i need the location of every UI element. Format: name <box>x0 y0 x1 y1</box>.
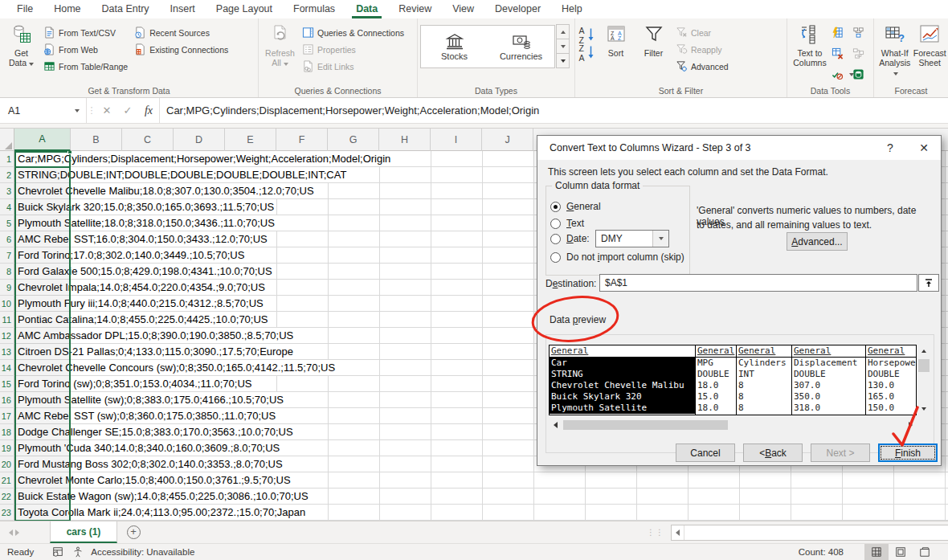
ribbon-tab-formulas[interactable]: Formulas <box>283 1 345 18</box>
gallery-more-button[interactable] <box>556 53 570 68</box>
ribbon-tab-home[interactable]: Home <box>43 1 91 18</box>
name-box[interactable]: A1 <box>0 98 87 123</box>
radio-skip-column[interactable]: Do not import column (skip) <box>550 250 684 264</box>
row-header-2[interactable]: 2 <box>0 167 14 182</box>
macro-record-icon[interactable] <box>45 546 71 558</box>
normal-view-button[interactable] <box>864 544 889 560</box>
row-header-13[interactable]: 13 <box>0 344 14 359</box>
preview-column-1[interactable]: GeneralCarSTRINGChevrolet Chevelle Malib… <box>550 345 695 415</box>
column-header-I[interactable]: I <box>431 129 482 151</box>
enter-entry-button[interactable]: ✓ <box>117 98 138 123</box>
radio-text[interactable]: Text <box>550 216 584 231</box>
row-header-6[interactable]: 6 <box>0 231 14 247</box>
destination-input[interactable]: $A$1 <box>599 274 917 292</box>
ribbon-tab-help[interactable]: Help <box>551 1 593 18</box>
radio-general[interactable]: General <box>550 199 601 214</box>
finish-button[interactable]: Finish <box>878 444 938 462</box>
column-header-C[interactable]: C <box>122 129 174 151</box>
currencies-button[interactable]: Currencies <box>488 26 554 67</box>
flash-fill-button[interactable] <box>830 24 851 41</box>
horizontal-scrollbar[interactable] <box>671 525 948 541</box>
ribbon-tab-review[interactable]: Review <box>388 1 442 18</box>
date-format-dropdown[interactable]: DMY <box>595 230 669 247</box>
filter-button[interactable]: Filter <box>635 21 672 58</box>
row-header-10[interactable]: 10 <box>0 296 14 311</box>
sort-button[interactable]: ZAAZ Sort <box>597 21 635 58</box>
ribbon-tab-data[interactable]: Data <box>345 1 388 18</box>
range-selector-button[interactable] <box>918 274 939 292</box>
ribbon-tab-page-layout[interactable]: Page Layout <box>206 1 283 18</box>
radio-date[interactable]: Date: <box>550 231 590 246</box>
ribbon-tab-developer[interactable]: Developer <box>484 1 551 18</box>
scrollbar-thumb[interactable] <box>918 359 930 372</box>
sheet-tab-cars[interactable]: cars (1) <box>50 521 117 543</box>
close-button[interactable]: ✕ <box>907 136 941 160</box>
scroll-left-icon[interactable] <box>549 419 562 431</box>
row-header-21[interactable]: 21 <box>0 472 14 488</box>
ribbon-tab-view[interactable]: View <box>442 1 484 18</box>
gallery-down-button[interactable] <box>556 39 570 54</box>
what-if-analysis-button[interactable]: ? What-If Analysis <box>876 21 913 77</box>
chevron-down-icon[interactable] <box>652 231 668 247</box>
preview-column-2[interactable]: GeneralMPGDOUBLE18.015.018.0 <box>695 345 736 415</box>
row-header-12[interactable]: 12 <box>0 328 14 343</box>
formula-input[interactable]: Car;MPG;Cylinders;Displacement;Horsepowe… <box>159 98 948 123</box>
existing-connections-button[interactable]: Existing Connections <box>131 41 231 58</box>
get-data-button[interactable]: Get Data <box>2 21 40 67</box>
sort-ascending-button[interactable]: AZ <box>578 26 597 43</box>
scroll-left-button[interactable] <box>672 525 684 540</box>
row-header-18[interactable]: 18 <box>0 424 14 439</box>
preview-column-3[interactable]: GeneralCylindersINT888 <box>736 345 791 415</box>
cancel-button[interactable]: Cancel <box>676 444 735 462</box>
row-header-22[interactable]: 22 <box>0 488 14 504</box>
column-header-E[interactable]: E <box>225 129 276 151</box>
column-header-H[interactable]: H <box>379 129 431 151</box>
column-header-A[interactable]: A <box>14 129 71 151</box>
cancel-entry-button[interactable]: ✕ <box>96 98 117 123</box>
text-to-columns-button[interactable]: Text to Columns <box>790 21 830 67</box>
next-button[interactable]: Next > <box>811 444 870 462</box>
sheet-nav-right-button[interactable] <box>6 521 27 543</box>
preview-horizontal-scrollbar[interactable] <box>549 419 917 431</box>
stocks-button[interactable]: Stocks <box>421 26 488 67</box>
manage-data-model-button[interactable] <box>851 66 872 83</box>
preview-column-4[interactable]: GeneralDisplacementDOUBLE307.0350.0318.0 <box>791 345 865 415</box>
sort-descending-button[interactable]: ZA <box>578 43 597 61</box>
grid-row[interactable]: 23Toyota Corolla Mark ii;24.0;4;113.0;95… <box>0 505 948 521</box>
properties-button[interactable]: Properties <box>299 41 407 58</box>
clear-filter-button[interactable]: Clear <box>672 24 732 41</box>
row-header-1[interactable]: 1 <box>0 151 14 166</box>
advanced-button[interactable]: Advanced... <box>787 232 848 251</box>
row-header-11[interactable]: 11 <box>0 312 14 327</box>
back-button[interactable]: < Back <box>743 444 803 462</box>
row-header-5[interactable]: 5 <box>0 215 14 231</box>
gallery-up-button[interactable] <box>556 24 570 39</box>
refresh-all-button[interactable]: Refresh All <box>261 21 299 67</box>
row-header-17[interactable]: 17 <box>0 408 14 423</box>
column-header-G[interactable]: G <box>328 129 379 151</box>
row-header-14[interactable]: 14 <box>0 360 14 375</box>
data-validation-button[interactable] <box>830 66 851 83</box>
reapply-filter-button[interactable]: Reapply <box>672 41 732 58</box>
grid-row[interactable]: 22Buick Estate Wagon (sw);14.0;8;455.0;2… <box>0 488 948 505</box>
scroll-right-icon[interactable] <box>904 419 917 431</box>
from-table-range-button[interactable]: From Table/Range <box>40 58 131 75</box>
row-header-19[interactable]: 19 <box>0 440 14 456</box>
forecast-sheet-button[interactable]: Forecast Sheet <box>913 21 946 67</box>
advanced-filter-button[interactable]: Advanced <box>672 58 732 75</box>
row-header-15[interactable]: 15 <box>0 376 14 391</box>
scrollbar-thumb[interactable] <box>563 420 728 430</box>
row-header-16[interactable]: 16 <box>0 392 14 407</box>
grid-row[interactable]: 21Chevrolet Monte Carlo;15.0;8;400.0;150… <box>0 472 948 488</box>
page-break-preview-button[interactable] <box>913 544 937 560</box>
splitter-dots[interactable]: ⋮⋮ <box>647 521 671 543</box>
consolidate-button[interactable] <box>851 24 872 41</box>
row-header-9[interactable]: 9 <box>0 280 14 295</box>
column-header-D[interactable]: D <box>174 129 225 151</box>
recent-sources-button[interactable]: Recent Sources <box>131 24 231 41</box>
row-header-8[interactable]: 8 <box>0 264 14 279</box>
row-header-23[interactable]: 23 <box>0 505 14 520</box>
row-header-20[interactable]: 20 <box>0 456 14 472</box>
row-header-3[interactable]: 3 <box>0 183 14 198</box>
edit-links-button[interactable]: Edit Links <box>299 58 407 75</box>
